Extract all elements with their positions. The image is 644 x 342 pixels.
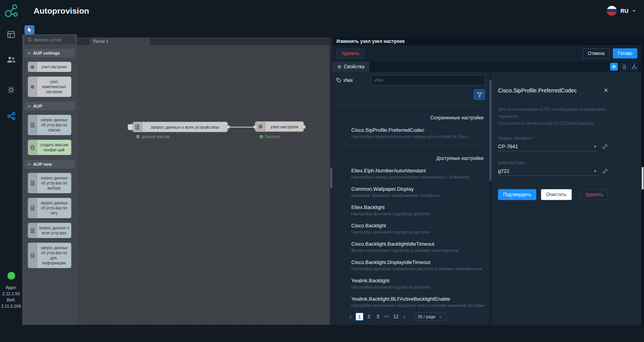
palette-node-query-by-tag[interactable]: запрос данных об устр-вах по тегу [28, 198, 71, 218]
node-filter-input[interactable] [34, 37, 72, 42]
cancel-button[interactable]: Отмена [583, 48, 610, 58]
detail-note: Для использования G722 необходимо активи… [498, 106, 608, 127]
sidebar-item-registry[interactable] [0, 25, 22, 43]
palette-node-label: запрос данных об устр-вах из списка [37, 115, 71, 135]
palette-category-label: AUP [33, 104, 42, 108]
page-button-3[interactable]: 3 [374, 313, 381, 321]
palette-category-aup-settings[interactable]: AUP settings [25, 49, 75, 57]
palette-category-label: AUP new [33, 162, 52, 167]
name-input[interactable] [371, 75, 485, 85]
gear-icon [7, 86, 15, 94]
link-parameter-button[interactable] [602, 144, 608, 150]
page-size-select[interactable]: 25 / page [414, 312, 446, 321]
language-switcher[interactable]: RU [607, 5, 636, 16]
phone-model-select[interactable]: CP-7841 [498, 142, 597, 151]
palette-node-query-by-choice[interactable]: запрос данных об устр-вах по выбору [28, 173, 71, 193]
palette-node-complex-settings[interactable]: узел комплексных настроек [28, 76, 71, 97]
language-code: RU [621, 8, 628, 14]
version-status: Ядро: 2.11.1.50 Веб: 2.11.0.206 [1, 272, 21, 342]
setting-item[interactable]: Yealink.Backlight.BLFActiveBacklightEnab… [336, 296, 485, 308]
detail-header: Cisco.SipProfile.PreferredCodec [498, 87, 608, 94]
list-scrollbar-thumb[interactable] [489, 80, 491, 181]
document-icon [28, 115, 37, 135]
status-ok-icon [260, 135, 263, 138]
tab-properties-label: Свойства [344, 64, 365, 69]
palette-node-query-all[interactable]: запрос данных о всех устр-вах [28, 223, 71, 238]
clear-button[interactable]: Очистить [541, 189, 571, 200]
setting-item[interactable]: Cisco.Backlight.BacklightIdleTimeout Вре… [336, 241, 485, 253]
edit-node-panel: Изменить узел узел настроек Удалить Отме… [333, 37, 641, 325]
setting-item[interactable]: Common.Wallpaper.Display Название фоново… [336, 186, 485, 198]
detail-actions: Подтвердить Очистить Удалить [498, 189, 608, 200]
delete-node-button[interactable]: Удалить [336, 48, 365, 58]
close-icon [604, 88, 608, 92]
detail-title: Cisco.SipProfile.PreferredCodec [498, 87, 604, 94]
link-parameter-button[interactable] [602, 168, 608, 174]
close-button[interactable] [604, 88, 608, 92]
flow-canvas[interactable]: запрос данных о всех устройствах данные … [77, 45, 330, 325]
setting-item-saved[interactable]: Cisco.SipProfile.PreferredCodec Настройк… [336, 127, 485, 139]
pagination-ellipsis[interactable]: ••• [383, 313, 390, 321]
app-sidebar: Ядро: 2.11.1.50 Веб: 2.11.0.206 [0, 21, 22, 342]
setting-item[interactable]: Eltex.Backlight Настройка фоновой подсве… [336, 204, 485, 216]
flow-tab[interactable]: Поток 1 [90, 37, 150, 45]
window-scrollbar-thumb[interactable] [642, 167, 644, 190]
page-button-1[interactable]: 1 [356, 313, 363, 321]
preferred-codec-field: preferredCodec g722 [498, 161, 608, 176]
list-scrollbar[interactable] [489, 72, 492, 325]
page-button-12[interactable]: 12 [392, 313, 399, 321]
delete-setting-button[interactable]: Удалить [580, 189, 608, 200]
palette-node-query-by-extra-info[interactable]: запрос данных об устр-вах по доп. информ… [28, 243, 71, 268]
canvas-scrollbar[interactable] [330, 37, 333, 325]
node-output-port[interactable] [302, 125, 306, 129]
database-icon [28, 140, 37, 155]
node-inject-button[interactable] [128, 124, 133, 130]
pagination-prev[interactable]: ‹ [347, 313, 354, 321]
chevron-down-icon [593, 145, 597, 149]
preferred-codec-select[interactable]: g722 [498, 167, 597, 176]
done-button[interactable]: Готово [613, 48, 637, 58]
flag-ru-icon [607, 5, 617, 16]
document-view-button[interactable] [620, 63, 628, 71]
setting-item[interactable]: Yealink.Backlight Настройка фоновой подс… [336, 278, 485, 289]
users-icon [7, 56, 16, 63]
page-button-2[interactable]: 2 [365, 313, 372, 321]
setting-item[interactable]: Eltex.Elph.NumberAutoAttendant Настройка… [336, 168, 485, 179]
flow-node-settings[interactable]: узел настроек [255, 121, 304, 132]
node-input-port[interactable] [253, 125, 257, 129]
palette-node-query-list[interactable]: запрос данных об устр-вах из списка [28, 115, 71, 135]
filter-settings-button[interactable] [474, 89, 485, 100]
app-header: Autoprovision RU [0, 0, 644, 21]
chevron-down-icon [593, 169, 597, 173]
node-output-port[interactable] [226, 125, 230, 129]
canvas-scrollbar-thumb[interactable] [330, 168, 332, 188]
page-title: Autoprovision [34, 6, 89, 16]
tab-properties[interactable]: Свойства [333, 62, 369, 72]
setting-item[interactable]: Cisco.Backlight Настройка фоновой подсве… [336, 223, 485, 234]
chevron-down-icon [27, 51, 31, 55]
palette-node-settings[interactable]: узел настроек [28, 62, 71, 72]
gear-icon [28, 77, 37, 97]
tree-view-button[interactable] [630, 63, 638, 71]
pagination-next[interactable]: › [401, 313, 407, 321]
setting-item[interactable]: Cisco.Backlight.DisplayIdleTimeout Настр… [336, 259, 485, 271]
sidebar-item-flows[interactable] [0, 107, 22, 125]
link-icon [602, 168, 608, 174]
node-filter-field [25, 35, 75, 44]
node-label: запрос данных о всех устройствах [142, 122, 228, 132]
document-icon [28, 198, 37, 218]
palette-category-aup-new[interactable]: AUP new [25, 160, 75, 168]
flow-node-query-all-devices[interactable]: запрос данных о всех устройствах [132, 122, 228, 132]
document-icon [28, 243, 37, 268]
palette-node-create-config-array[interactable]: создать массив конфиг-ций [28, 140, 71, 155]
sidebar-item-users[interactable] [0, 50, 22, 68]
settings-view-button[interactable] [610, 63, 618, 71]
sidebar-item-settings[interactable] [0, 81, 22, 99]
window-scrollbar[interactable] [641, 37, 644, 325]
palette-node-label: запрос данных о всех устр-вах [37, 223, 71, 238]
pointer-tool-button[interactable] [25, 25, 34, 34]
registry-icon [7, 30, 15, 39]
palette-node-label: запрос данных об устр-вах по тегу [37, 198, 71, 218]
confirm-button[interactable]: Подтвердить [498, 189, 536, 200]
palette-category-aup[interactable]: AUP [25, 102, 75, 110]
